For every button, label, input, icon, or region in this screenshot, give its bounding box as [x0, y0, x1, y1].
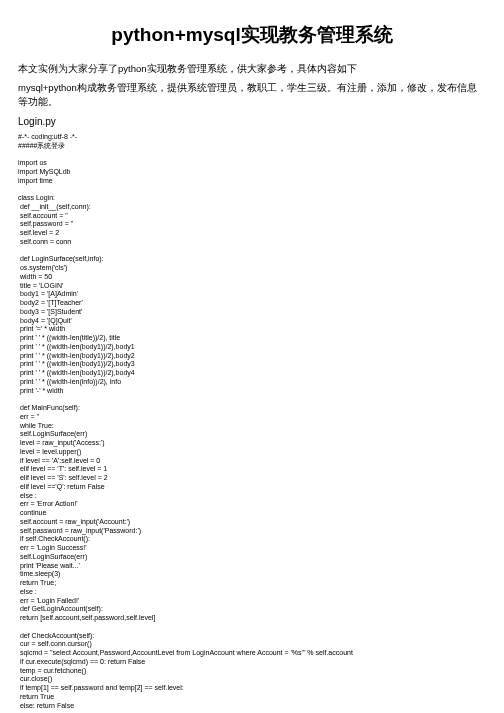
- intro-paragraph-1: 本文实例为大家分享了python实现教务管理系统，供大家参考，具体内容如下: [18, 62, 486, 75]
- code-block: #-*- coding:utf-8 -*- #####系统登录 import o…: [18, 133, 486, 711]
- page-title: python+mysql实现教务管理系统: [18, 22, 486, 48]
- intro-paragraph-2: mysql+python构成教务管理系统，提供系统管理员，教职工，学生三级。有注…: [18, 81, 486, 108]
- filename-label: Login.py: [18, 116, 486, 127]
- document-container: python+mysql实现教务管理系统 本文实例为大家分享了python实现教…: [0, 0, 504, 713]
